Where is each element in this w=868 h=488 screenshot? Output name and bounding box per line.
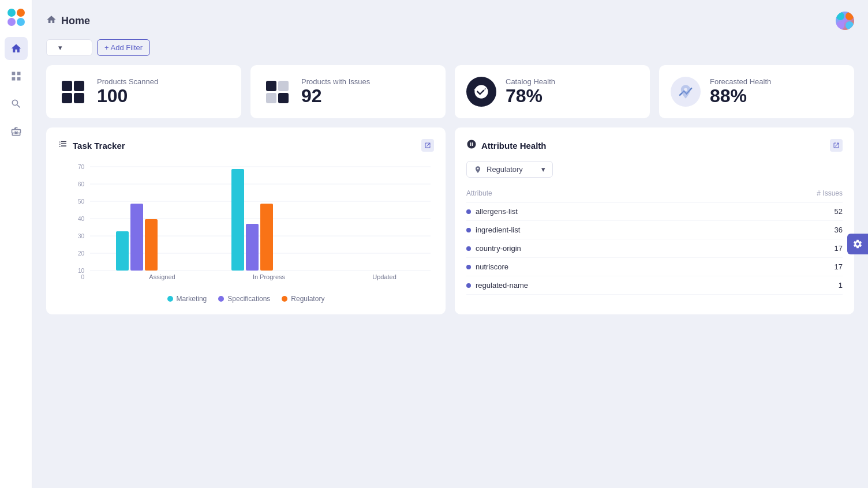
attr-name-ingredient: ingredient-list	[476, 226, 520, 234]
svg-rect-25	[145, 219, 158, 271]
regulatory-chevron-icon: ▾	[541, 165, 545, 174]
main-content: Home ▾ + Add Filter	[32, 0, 868, 488]
attr-row-nutriscore: nutriscore 17	[466, 258, 843, 276]
attribute-health-card: Attribute Health Regulatory ▾	[455, 127, 854, 314]
svg-text:0: 0	[81, 274, 84, 280]
task-tracker-external-link[interactable]	[421, 139, 434, 152]
forecasted-health-icon	[671, 77, 701, 107]
attribute-health-icon	[466, 139, 477, 152]
page-title: Home	[61, 15, 90, 27]
task-tracker-header: Task Tracker	[58, 139, 434, 152]
attribute-health-title-group: Attribute Health	[466, 139, 547, 152]
attr-row-country-left: country-origin	[466, 244, 521, 253]
svg-text:60: 60	[78, 181, 85, 187]
attribute-health-header: Attribute Health	[466, 139, 843, 152]
svg-rect-29	[260, 204, 273, 271]
filter-dropdown[interactable]: ▾	[46, 39, 92, 56]
kpi-products-issues-text: Products with Issues 92	[301, 77, 434, 106]
attr-name-nutriscore: nutriscore	[476, 262, 508, 271]
kpi-card-products-scanned: Products Scanned 100	[46, 65, 241, 118]
legend-regulatory-dot	[282, 296, 287, 302]
legend-marketing-dot	[167, 296, 173, 302]
attr-row-allergens: allergens-list 52	[466, 202, 843, 221]
regulatory-dropdown-label: Regulatory	[487, 165, 523, 174]
svg-rect-24	[130, 204, 143, 271]
svg-point-7	[845, 21, 854, 29]
attr-name-country: country-origin	[476, 244, 521, 253]
attr-dot-regulated	[466, 283, 471, 288]
svg-rect-23	[116, 231, 129, 271]
attr-value-country: 17	[835, 244, 843, 253]
kpi-forecasted-health-text: Forecasted Health 88%	[710, 77, 843, 106]
svg-text:50: 50	[78, 198, 85, 205]
kpi-forecasted-health-value: 88%	[710, 86, 843, 106]
kpi-card-forecasted-health: Forecasted Health 88%	[659, 65, 854, 118]
legend-regulatory: Regulatory	[282, 295, 324, 303]
products-issues-icon	[262, 77, 292, 107]
attr-row-nutriscore-left: nutriscore	[466, 262, 508, 271]
sidebar-item-grid[interactable]	[5, 65, 28, 88]
svg-point-3	[17, 18, 25, 26]
attr-value-nutriscore: 17	[835, 262, 843, 271]
attr-value-regulated: 1	[839, 281, 843, 290]
kpi-forecasted-health-label: Forecasted Health	[710, 77, 843, 86]
home-icon	[46, 14, 57, 27]
gear-button[interactable]	[847, 234, 868, 254]
svg-point-4	[836, 12, 844, 20]
legend-specifications: Specifications	[218, 295, 270, 303]
svg-point-1	[17, 9, 25, 17]
svg-point-0	[8, 9, 16, 17]
svg-point-6	[836, 21, 844, 29]
kpi-card-catalog-health: Catalog Health 78%	[455, 65, 650, 118]
kpi-card-products-with-issues: Products with Issues 92	[250, 65, 446, 118]
task-tracker-title: Task Tracker	[73, 141, 125, 151]
header-left: Home	[46, 14, 90, 27]
kpi-products-scanned-value: 100	[97, 86, 230, 106]
sidebar-item-home[interactable]	[5, 37, 28, 60]
legend-specifications-label: Specifications	[227, 295, 270, 303]
attr-value-allergens: 52	[835, 207, 843, 216]
attr-row-regulated-left: regulated-name	[466, 281, 528, 290]
kpi-products-scanned-text: Products Scanned 100	[97, 77, 230, 106]
sidebar	[0, 0, 32, 488]
attr-row-regulated: regulated-name 1	[466, 276, 843, 295]
svg-text:10: 10	[78, 268, 85, 274]
svg-text:40: 40	[78, 216, 85, 222]
svg-point-5	[845, 12, 854, 20]
attr-dot-ingredient	[466, 228, 471, 232]
legend-specifications-dot	[218, 296, 224, 302]
avatar[interactable]	[836, 12, 854, 30]
attr-table-header: Attribute # Issues	[466, 187, 843, 202]
attribute-health-table: Attribute # Issues allergens-list 52 ing…	[466, 187, 843, 295]
app-logo[interactable]	[6, 7, 27, 28]
attr-dot-nutriscore	[466, 265, 471, 269]
attr-name-regulated: regulated-name	[476, 281, 528, 290]
attr-row-ingredient-left: ingredient-list	[466, 226, 520, 234]
svg-text:In Progress: In Progress	[253, 273, 286, 280]
sidebar-item-search[interactable]	[5, 92, 28, 115]
attr-row-country: country-origin 17	[466, 239, 843, 258]
attr-col-issues: # Issues	[817, 189, 843, 197]
attr-row-allergens-left: allergens-list	[466, 207, 518, 216]
legend-marketing-label: Marketing	[177, 295, 207, 303]
task-tracker-card: Task Tracker	[46, 127, 446, 314]
svg-rect-27	[231, 169, 244, 271]
attribute-health-external-link[interactable]	[830, 139, 843, 152]
svg-rect-28	[246, 224, 259, 271]
attr-value-ingredient: 36	[835, 226, 843, 234]
svg-text:70: 70	[78, 164, 85, 170]
task-tracker-title-group: Task Tracker	[58, 139, 125, 152]
attr-name-allergens: allergens-list	[476, 207, 518, 216]
svg-text:20: 20	[78, 250, 85, 257]
products-scanned-icon	[58, 77, 88, 107]
regulatory-dropdown[interactable]: Regulatory ▾	[466, 161, 553, 178]
chart-legend: Marketing Specifications Regulatory	[58, 295, 434, 303]
kpi-products-scanned-label: Products Scanned	[97, 77, 230, 86]
header: Home	[46, 12, 854, 30]
kpi-products-issues-value: 92	[301, 86, 434, 106]
svg-text:Updated: Updated	[372, 273, 396, 280]
svg-text:30: 30	[78, 233, 85, 239]
task-tracker-chart: 70 60 50 40 30 20 10 0 Assigned	[58, 161, 434, 288]
add-filter-button[interactable]: + Add Filter	[97, 39, 150, 56]
sidebar-item-products[interactable]	[5, 120, 28, 143]
